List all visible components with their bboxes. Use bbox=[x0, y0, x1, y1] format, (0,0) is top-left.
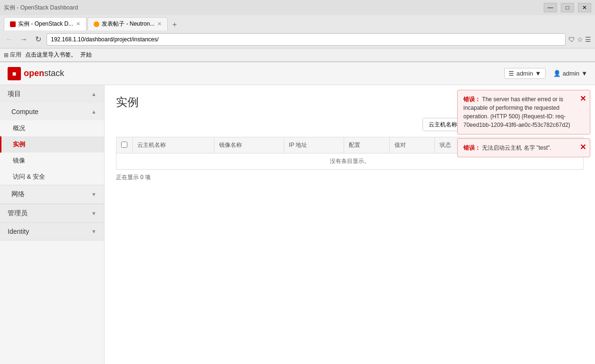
sidebar-section-admin-label: 管理员 bbox=[8, 209, 28, 218]
address-bar-row: ← → ↻ 🛡 ☆ ☰ bbox=[0, 30, 595, 48]
sidebar-item-access-security-label: 访问 & 安全 bbox=[13, 173, 45, 180]
tab-neutron[interactable]: 发表帖子 - Neutron... ✕ bbox=[87, 17, 168, 30]
close-button[interactable]: ✕ bbox=[578, 3, 591, 12]
reload-button[interactable]: ↻ bbox=[32, 34, 44, 45]
maximize-button[interactable]: □ bbox=[561, 3, 574, 12]
tab-label-1: 实例 - OpenStack D... bbox=[18, 20, 73, 28]
status-bar: 正在显示 0 项 bbox=[116, 170, 584, 185]
forward-button[interactable]: → bbox=[18, 34, 29, 45]
sidebar-section-identity-header[interactable]: Identity ▼ bbox=[0, 223, 104, 240]
alert-1: 错误： The server has either erred or is in… bbox=[457, 90, 590, 134]
back-button[interactable]: ← bbox=[4, 34, 15, 45]
sidebar-subsection-network: 网络 ▼ bbox=[0, 185, 104, 204]
sidebar-compute-label: Compute bbox=[11, 108, 38, 115]
sidebar-item-instances-label: 实例 bbox=[13, 141, 25, 148]
tab-close-1[interactable]: ✕ bbox=[76, 21, 80, 27]
table-header-name: 云主机名称 bbox=[133, 137, 214, 153]
table-header-flavor: 配置 bbox=[344, 137, 390, 153]
identity-chevron-icon: ▼ bbox=[91, 229, 96, 234]
select-all-checkbox[interactable] bbox=[121, 142, 127, 148]
tab-instances[interactable]: 实例 - OpenStack D... ✕ bbox=[4, 17, 86, 30]
window-title: 实例 - OpenStack Dashboard bbox=[4, 4, 78, 12]
sidebar-section-project-label: 项目 bbox=[8, 90, 21, 98]
app-shell: ■ openstack ☰ admin ▼ 👤 admin ▼ 项目 ▲ bbox=[0, 62, 595, 364]
sidebar-subsection-compute: Compute ▲ 概况 实例 镜像 访问 & 安全 bbox=[0, 103, 104, 185]
apps-grid-icon: ⊞ bbox=[4, 52, 9, 58]
sidebar-section-project: 项目 ▲ Compute ▲ 概况 实例 镜像 bbox=[0, 85, 104, 204]
sidebar-compute-header[interactable]: Compute ▲ bbox=[0, 103, 104, 120]
tab-label-2: 发表帖子 - Neutron... bbox=[102, 20, 154, 28]
minimize-button[interactable]: — bbox=[544, 3, 557, 12]
tab-close-2[interactable]: ✕ bbox=[157, 21, 162, 27]
start-bookmark-label[interactable]: 开始 bbox=[80, 51, 92, 59]
user-label: admin bbox=[563, 70, 579, 77]
user-menu[interactable]: 👤 admin ▼ bbox=[553, 70, 587, 77]
admin-icon: ☰ bbox=[509, 70, 514, 77]
title-bar: 实例 - OpenStack Dashboard — □ ✕ bbox=[0, 0, 595, 15]
sidebar-item-overview-label: 概况 bbox=[13, 125, 25, 132]
bookmarks-bar: ⊞ 应用 点击这里导入书签。 开始 bbox=[0, 48, 595, 62]
alert-2-label: 错误： bbox=[463, 144, 480, 151]
sidebar-item-overview[interactable]: 概况 bbox=[0, 120, 104, 136]
network-chevron-icon: ▼ bbox=[91, 192, 96, 197]
alert-container: 错误： The server has either erred or is in… bbox=[457, 90, 590, 157]
address-icons: 🛡 ☆ ☰ bbox=[568, 36, 591, 43]
sidebar-item-images-label: 镜像 bbox=[13, 157, 25, 164]
project-chevron-icon: ▲ bbox=[91, 91, 96, 97]
import-bookmark-label[interactable]: 点击这里导入书签。 bbox=[25, 51, 77, 59]
menu-icon[interactable]: ☰ bbox=[585, 36, 591, 43]
alert-2: 错误： 无法启动云主机 名字 "test". ✕ bbox=[457, 138, 590, 157]
new-tab-button[interactable]: + bbox=[169, 19, 180, 30]
alert-1-close-button[interactable]: ✕ bbox=[580, 93, 586, 105]
table-header-keypair: 值对 bbox=[389, 137, 435, 153]
alert-2-message: 无法启动云主机 名字 "test". bbox=[482, 144, 551, 151]
sidebar-section-identity: Identity ▼ bbox=[0, 223, 104, 240]
status-message: 正在显示 0 项 bbox=[116, 174, 151, 181]
star-icon[interactable]: ☆ bbox=[577, 36, 583, 43]
openstack-logo: ■ openstack bbox=[8, 67, 64, 80]
address-input[interactable] bbox=[47, 33, 566, 46]
browser-chrome: 实例 - OpenStack Dashboard — □ ✕ 实例 - Open… bbox=[0, 0, 595, 62]
compute-chevron-icon: ▲ bbox=[91, 109, 96, 115]
window-controls[interactable]: — □ ✕ bbox=[544, 3, 591, 12]
sidebar-section-project-header[interactable]: 项目 ▲ bbox=[0, 85, 104, 103]
tab-bar: 实例 - OpenStack D... ✕ 发表帖子 - Neutron... … bbox=[0, 15, 595, 30]
table-header-image: 镜像名称 bbox=[214, 137, 284, 153]
content-area: 实例 云主机名称 ▼ 筛选 加载 更多操作 ▼ bbox=[105, 85, 595, 364]
sidebar-section-admin: 管理员 ▼ bbox=[0, 204, 104, 223]
sidebar-network-label: 网络 bbox=[11, 190, 25, 199]
top-nav: ■ openstack ☰ admin ▼ 👤 admin ▼ bbox=[0, 62, 595, 85]
admin-chevron-icon: ▼ bbox=[91, 211, 96, 216]
alert-1-label: 错误： bbox=[463, 96, 480, 103]
apps-bookmark[interactable]: ⊞ 应用 bbox=[4, 51, 21, 59]
sidebar-item-images[interactable]: 镜像 bbox=[0, 153, 104, 169]
user-avatar-icon: 👤 bbox=[553, 70, 561, 77]
table-header-ip: IP 地址 bbox=[284, 137, 344, 153]
table-header-checkbox bbox=[116, 137, 133, 153]
sidebar-item-access-security[interactable]: 访问 & 安全 bbox=[0, 169, 104, 185]
main-layout: 项目 ▲ Compute ▲ 概况 实例 镜像 bbox=[0, 85, 595, 364]
sidebar-network-header[interactable]: 网络 ▼ bbox=[0, 185, 104, 203]
tab-favicon-2 bbox=[94, 21, 99, 27]
sidebar-item-instances[interactable]: 实例 bbox=[0, 136, 104, 153]
admin-chevron-icon: ▼ bbox=[535, 70, 541, 77]
logo-icon: ■ bbox=[8, 67, 21, 80]
sidebar-section-identity-label: Identity bbox=[8, 228, 29, 235]
sidebar: 项目 ▲ Compute ▲ 概况 实例 镜像 bbox=[0, 85, 105, 364]
admin-project-dropdown[interactable]: ☰ admin ▼ bbox=[504, 68, 545, 79]
alert-2-close-button[interactable]: ✕ bbox=[580, 142, 586, 153]
logo-text: openstack bbox=[24, 68, 64, 78]
admin-dropdown-label: admin bbox=[516, 70, 533, 77]
shield-icon: 🛡 bbox=[568, 36, 575, 43]
apps-label: 应用 bbox=[10, 51, 21, 59]
sidebar-section-admin-header[interactable]: 管理员 ▼ bbox=[0, 204, 104, 222]
tab-favicon-1 bbox=[10, 21, 16, 27]
user-chevron-icon: ▼ bbox=[581, 70, 587, 77]
